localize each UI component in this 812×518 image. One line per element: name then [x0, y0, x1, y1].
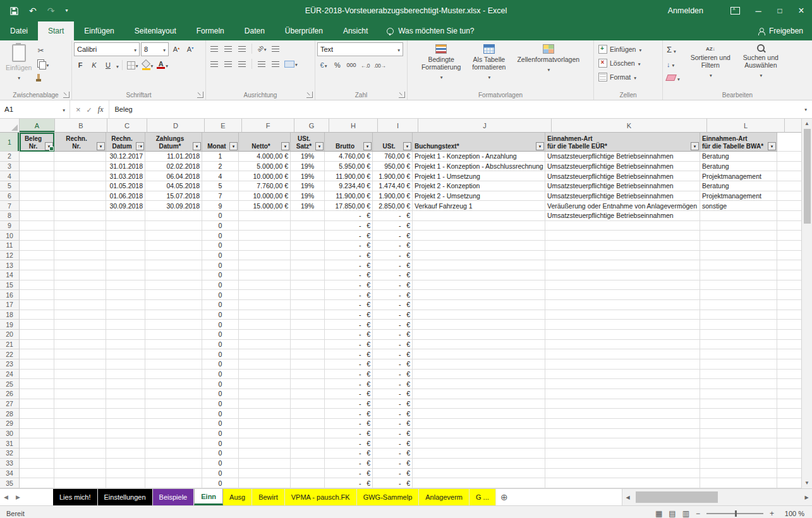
cell-H22[interactable]: - €: [325, 349, 373, 359]
cell-H13[interactable]: - €: [325, 260, 373, 270]
sort-filter-button[interactable]: Sortieren undFiltern: [687, 42, 734, 89]
column-header-I[interactable]: I: [378, 119, 418, 133]
cell-K33[interactable]: [545, 459, 700, 469]
cell-G30[interactable]: [291, 429, 325, 439]
cell-F20[interactable]: [239, 330, 291, 340]
cell-C27[interactable]: [106, 399, 145, 409]
cell-B15[interactable]: [54, 280, 106, 291]
cell-J28[interactable]: [413, 409, 545, 419]
cell-I34[interactable]: - €: [373, 469, 413, 479]
cell-I9[interactable]: - €: [373, 221, 413, 231]
clipboard-dialog-launcher-icon[interactable]: [63, 92, 70, 98]
cell-I30[interactable]: - €: [373, 429, 413, 439]
cell-L12[interactable]: [700, 251, 777, 261]
cell-C14[interactable]: [106, 270, 145, 280]
cell-I24[interactable]: - €: [373, 370, 413, 380]
cell-K24[interactable]: [545, 370, 700, 380]
cell-H27[interactable]: - €: [325, 399, 373, 409]
row-header-23[interactable]: 23: [0, 359, 20, 370]
cell-J32[interactable]: [413, 449, 545, 459]
cell-K27[interactable]: [545, 399, 700, 409]
column-header-B[interactable]: B: [55, 119, 107, 133]
cell-G35[interactable]: [291, 478, 325, 488]
vertical-scroll-thumb[interactable]: [804, 129, 811, 224]
cell-H8[interactable]: - €: [325, 211, 373, 221]
cell-D17[interactable]: [145, 300, 202, 310]
filter-button-J1[interactable]: [536, 142, 544, 150]
cell-A5[interactable]: [20, 181, 54, 191]
cell-F6[interactable]: 10.000,00 €: [239, 191, 291, 202]
cell-C11[interactable]: [106, 241, 145, 251]
cell-I35[interactable]: - €: [373, 478, 413, 488]
cell-G7[interactable]: 19%: [291, 201, 325, 211]
cell-I7[interactable]: 2.850,00 €: [373, 201, 413, 211]
cell-H9[interactable]: - €: [325, 221, 373, 231]
cell-H33[interactable]: - €: [325, 459, 373, 469]
tell-me-box[interactable]: Was möchten Sie tun?: [387, 21, 474, 40]
cell-C7[interactable]: 30.09.2018: [106, 201, 145, 211]
cell-H4[interactable]: 11.900,00 €: [325, 171, 373, 181]
cell-D32[interactable]: [145, 449, 202, 459]
cell-A24[interactable]: [20, 370, 54, 380]
cell-H2[interactable]: 4.760,00 €: [325, 152, 373, 162]
row-header-22[interactable]: 22: [0, 349, 20, 359]
cell-E6[interactable]: 7: [202, 191, 239, 202]
cell-F2[interactable]: 4.000,00 €: [239, 152, 291, 162]
cell-I29[interactable]: - €: [373, 419, 413, 429]
cell-F22[interactable]: [239, 349, 291, 359]
cell-E22[interactable]: 0: [202, 349, 239, 359]
row-header-12[interactable]: 12: [0, 251, 20, 261]
cell-A20[interactable]: [20, 330, 54, 340]
cell-I21[interactable]: - €: [373, 340, 413, 350]
cell-D14[interactable]: [145, 270, 202, 280]
cell-D1[interactable]: ZahlungsDatum*: [145, 133, 202, 152]
cell-L8[interactable]: [700, 211, 777, 221]
cell-K31[interactable]: [545, 438, 700, 449]
row-header-4[interactable]: 4: [0, 171, 20, 181]
cell-H30[interactable]: - €: [325, 429, 373, 439]
cell-I15[interactable]: - €: [373, 280, 413, 291]
cell-J16[interactable]: [413, 290, 545, 300]
cell-G27[interactable]: [291, 399, 325, 409]
cell-I2[interactable]: 760,00 €: [373, 152, 413, 162]
delete-cells-button[interactable]: Löschen: [596, 56, 644, 69]
page-layout-view-icon[interactable]: [669, 509, 676, 518]
ribbon-tab-ansicht[interactable]: Ansicht: [333, 21, 378, 40]
cell-K10[interactable]: [545, 231, 700, 241]
cell-E16[interactable]: 0: [202, 290, 239, 300]
cell-G21[interactable]: [291, 340, 325, 350]
cell-H24[interactable]: - €: [325, 370, 373, 380]
cell-E33[interactable]: 0: [202, 459, 239, 469]
sheet-tab-ausg[interactable]: Ausg: [223, 489, 252, 505]
sheet-tab-anlageverm[interactable]: Anlageverm: [419, 489, 470, 505]
cell-D33[interactable]: [145, 459, 202, 469]
cell-I12[interactable]: - €: [373, 251, 413, 261]
cell-K18[interactable]: [545, 310, 700, 320]
cell-I20[interactable]: - €: [373, 330, 413, 340]
cell-H34[interactable]: - €: [325, 469, 373, 479]
cell-F5[interactable]: 7.760,00 €: [239, 181, 291, 191]
cell-H17[interactable]: - €: [325, 300, 373, 310]
filter-button-A1[interactable]: [45, 142, 53, 150]
cell-E21[interactable]: 0: [202, 340, 239, 350]
cell-E5[interactable]: 5: [202, 181, 239, 191]
cell-B23[interactable]: [54, 359, 106, 370]
cell-C35[interactable]: [106, 478, 145, 488]
cell-I13[interactable]: - €: [373, 260, 413, 270]
cell-H26[interactable]: - €: [325, 389, 373, 399]
cell-A35[interactable]: [20, 478, 54, 488]
cell-F14[interactable]: [239, 270, 291, 280]
column-header-A[interactable]: A: [20, 119, 55, 133]
cell-D10[interactable]: [145, 231, 202, 241]
cell-D18[interactable]: [145, 310, 202, 320]
cell-I32[interactable]: - €: [373, 449, 413, 459]
cell-A27[interactable]: [20, 399, 54, 409]
cell-D3[interactable]: 02.02.2018: [145, 162, 202, 172]
cell-C6[interactable]: 01.06.2018: [106, 191, 145, 202]
cell-J24[interactable]: [413, 370, 545, 380]
cell-I28[interactable]: - €: [373, 409, 413, 419]
cell-J19[interactable]: [413, 320, 545, 330]
cell-B6[interactable]: [54, 191, 106, 202]
cell-C31[interactable]: [106, 438, 145, 449]
find-select-button[interactable]: Suchen undAuswählen: [739, 42, 782, 89]
